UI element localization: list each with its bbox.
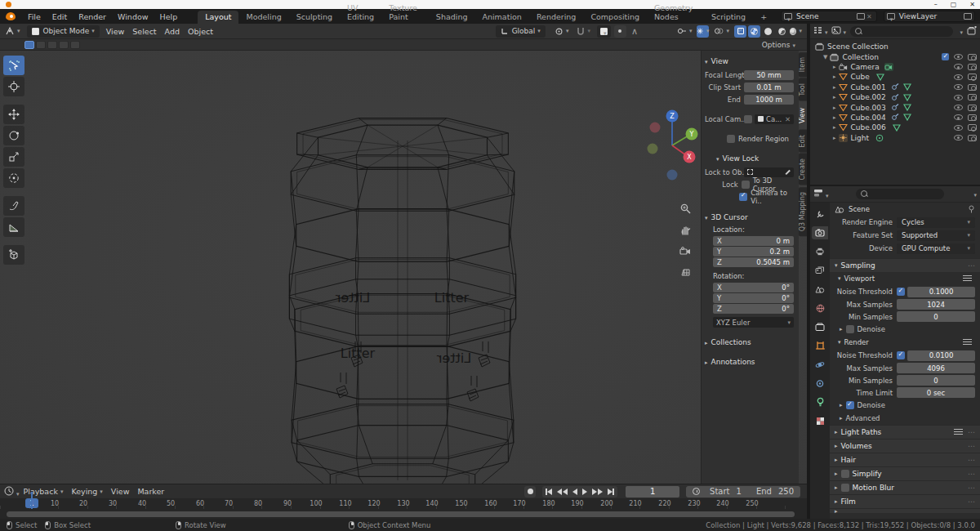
zoom-icon[interactable] [678,201,693,216]
tab-physics[interactable] [812,358,828,371]
viewport-3d[interactable]: LitterLitterLitterLitter Z Y X [0,51,807,484]
select-mode-subtract-button[interactable] [47,41,57,49]
navigation-gizmo[interactable]: Z Y X [645,103,699,185]
orientation-dropdown[interactable]: Global [496,25,546,38]
start-field[interactable]: 1 [737,487,742,496]
proportional-edit-button[interactable] [614,25,626,38]
motion-blur-section-header[interactable]: Motion Blur⋯ [830,480,980,494]
outliner-row-cube[interactable]: ▸ Cube [810,72,980,82]
cursor-section-header[interactable]: 3D Cursor [705,213,794,221]
hair-section-header[interactable]: Hair⋯ [830,453,980,466]
jump-to-end-button[interactable] [608,489,614,495]
tab-texture[interactable] [812,414,828,427]
menu-add[interactable]: Add [161,27,184,36]
show-overlays-button[interactable] [710,27,733,35]
preset-icon[interactable] [963,339,972,346]
shading-solid-button[interactable] [762,25,774,38]
new-collection-button[interactable] [967,26,977,37]
vp-min-samples-field[interactable]: 0 [897,311,975,322]
vp-denoise-checkbox[interactable] [846,325,854,333]
tab-rendering[interactable]: Rendering [529,11,584,24]
cursor-rot-y[interactable]: Y0° [713,293,794,303]
clear-camera-icon[interactable]: ✕ [785,115,791,123]
menu-select[interactable]: Select [128,27,160,36]
blender-logo-icon[interactable] [6,12,16,20]
vp-noise-threshold-checkbox[interactable] [897,288,905,296]
tab-object[interactable] [812,339,828,352]
hide-eye-icon[interactable] [954,135,963,141]
vp-noise-threshold-field[interactable]: 0.1000 [907,287,975,297]
show-visibility-button[interactable] [673,27,697,35]
outliner-row-cube-006[interactable]: ▸ Cube.006 [810,123,980,132]
menu-keying[interactable]: Keying [67,487,106,496]
hide-eye-icon[interactable] [954,74,963,80]
hide-eye-icon[interactable] [954,64,963,69]
new-view-layer-icon[interactable] [964,13,972,20]
properties-options-button[interactable] [971,190,977,199]
add-workspace-button[interactable]: + [753,11,774,24]
tab-light-data[interactable] [812,395,828,408]
r-noise-threshold-checkbox[interactable] [897,351,905,359]
outliner-row-light[interactable]: ▸ Light [810,133,980,143]
preset-icon[interactable] [954,429,963,436]
r-max-samples-field[interactable]: 4096 [897,363,975,373]
tab-scripting[interactable]: Scripting [704,11,753,24]
tool-move[interactable] [3,105,24,124]
shading-wireframe-button[interactable] [748,25,760,38]
tab-geometry-nodes[interactable]: Geometry Nodes [647,2,704,24]
collection-checkbox[interactable] [942,53,949,60]
tab-view-layer[interactable] [812,264,828,277]
hide-eye-icon[interactable] [954,54,963,60]
ortho-grid-icon[interactable] [678,265,693,279]
clip-start-field[interactable]: 0.01 m [744,83,794,92]
tool-rotate[interactable] [3,126,24,145]
outliner-filter-button[interactable] [957,27,963,36]
properties-editor-type-button[interactable] [813,189,829,199]
render-visibility-icon[interactable] [968,94,977,100]
camera-view-icon[interactable] [678,243,693,258]
tool-select-box[interactable] [3,56,24,75]
r-min-samples-field[interactable]: 0 [897,375,975,386]
eyedropper-icon[interactable] [785,169,790,174]
tab-animation[interactable]: Animation [474,11,528,24]
vp-denoise-label[interactable]: Denoise [858,325,885,333]
play-button[interactable] [582,489,587,495]
r-noise-threshold-field[interactable]: 0.0100 [907,350,975,361]
current-frame-field[interactable]: 1 [626,486,679,498]
tool-scale[interactable] [3,147,24,167]
cursor-loc-z[interactable]: Z0.5045 m [713,257,794,267]
rotation-order-dropdown[interactable]: XYZ Euler▾ [713,317,794,328]
tool-cursor[interactable] [3,77,24,96]
tool-transform[interactable] [3,168,24,188]
close-button[interactable]: ✕ [969,0,975,9]
menu-file[interactable]: File [22,12,47,21]
tab-render[interactable] [812,226,828,239]
select-mode-new-button[interactable] [24,41,34,49]
light-paths-section-header[interactable]: Light Paths⋯ [830,425,980,439]
show-gizmo-button[interactable] [697,25,709,38]
editor-type-button[interactable] [0,26,24,36]
outliner-row-cube-004[interactable]: ▸ Cube.004 [810,113,980,123]
menu-object[interactable]: Object [184,27,217,36]
timeline-scrollbar[interactable] [7,511,795,517]
render-visibility-icon[interactable] [968,84,977,91]
menu-marker[interactable]: Marker [133,487,168,496]
menu-view[interactable]: View [102,27,129,36]
volumes-section-header[interactable]: Volumes⋯ [830,439,980,453]
hide-eye-icon[interactable] [954,95,963,100]
cursor-rot-z[interactable]: Z0° [713,304,794,314]
shading-material-button[interactable] [776,25,788,38]
outliner-row-scene-collection[interactable]: Scene Collection [810,42,980,51]
falloff-curve-icon[interactable]: ∧ [627,26,642,37]
timeline-editor-type-button[interactable] [4,486,20,498]
outliner-row-cube-002[interactable]: ▸ Cube.002 [810,92,980,102]
tab-sculpting[interactable]: Sculpting [289,11,340,24]
tab-constraints[interactable] [812,377,828,390]
tool-measure[interactable] [3,217,24,237]
tab-modeling[interactable]: Modeling [238,11,288,24]
minimize-button[interactable]: – [934,0,938,9]
tab-uv-editing[interactable]: UV Editing [340,2,381,24]
menu-timeline-view[interactable]: View [107,487,134,496]
device-dropdown[interactable]: GPU Compute [897,243,975,254]
sampling-render-subheader[interactable]: Render [830,336,980,349]
